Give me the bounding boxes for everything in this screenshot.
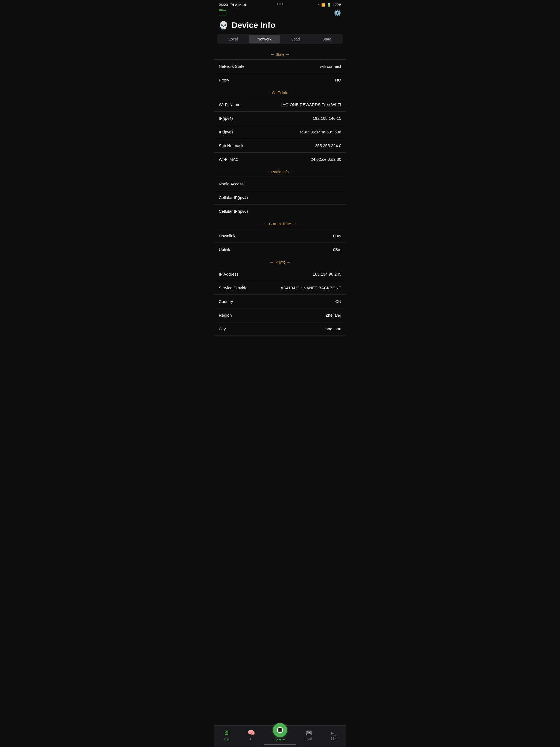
info-value: IHG ONE REWARDS Free WI-FI [281,102,341,107]
info-label: Cellular IP(ipv6) [219,209,248,213]
tab-load[interactable]: Load [280,35,311,44]
info-label: City [219,327,226,331]
info-value: 183.134.96.245 [313,272,341,277]
table-row: Cellular IP(ipv4) [214,190,346,204]
capture-button[interactable] [273,723,287,737]
battery-icon: 🔋 [327,3,331,7]
ssh-icon: ▶_ [331,730,337,736]
nav-info-label: Info [224,738,229,741]
page-title-section: 💀 Device Info [214,19,346,34]
ai-icon: 🧠 [248,729,255,736]
tab-state[interactable]: State [311,35,342,44]
table-row: Sub Netmask255.255.224.0 [214,138,346,152]
table-row: Network Statewifi connect [214,59,346,73]
nav-capture[interactable]: Capture [273,728,287,742]
table-row: Uplink0B/s [214,242,346,256]
table-row: Service ProviderAS4134 CHINANET-BACKBONE [214,281,346,294]
info-label: IP(ipv6) [219,130,233,134]
info-value: 255.255.224.0 [315,143,341,148]
status-date: Fri Apr 14 [229,3,246,7]
dots-bar [277,3,283,5]
dot3 [282,3,283,5]
tabs-bar: Local Network Load State [217,34,343,44]
info-label: Downlink [219,233,235,238]
battery-percent: 100% [333,3,341,7]
top-bar: ⚙️ [214,8,346,19]
table-row: ProxyNO [214,73,346,87]
gps-icon: ↑ [318,3,320,7]
table-row: Downlink0B/s [214,229,346,242]
table-row: CityHangzhou [214,322,346,335]
section-header-state: --- State --- [214,48,346,59]
info-label: Region [219,313,232,317]
info-label: Radio Access [219,182,244,186]
info-label: Country [219,299,233,304]
page-title: Device Info [232,21,275,30]
tab-network[interactable]: Network [249,35,280,44]
section-header-radio-info: --- Radio Info --- [214,166,346,177]
nav-info[interactable]: 🖥 Info [223,729,229,741]
info-value: 192.168.140.15 [313,116,341,121]
info-label: Proxy [219,78,229,82]
info-value: 0B/s [333,233,341,238]
nav-ssh-label: SSH [330,737,337,740]
table-row: CountryCN [214,294,346,308]
info-value: Hangzhou [323,327,341,331]
table-row: RegionZhejiang [214,308,346,322]
status-time: 04:23 [219,3,228,7]
info-value: AS4134 CHINANET-BACKBONE [281,285,341,290]
info-icon: 🖥 [223,729,229,736]
info-value: fe80::35:144a:699:68d [300,130,341,134]
tab-local[interactable]: Local [218,35,249,44]
section-header-current-rate: --- Current Rate --- [214,218,346,229]
info-label: IP(ipv4) [219,116,233,121]
gear-icon[interactable]: ⚙️ [334,9,341,17]
nav-ai[interactable]: 🧠 AI [248,729,255,741]
dot2 [279,3,281,5]
nav-ai-label: AI [250,738,252,741]
info-label: Sub Netmask [219,143,244,148]
info-label: IP Address [219,272,238,277]
capture-btn-inner [277,727,283,733]
info-value: CN [335,299,341,304]
nav-ssh[interactable]: ▶_ SSH [330,730,337,740]
table-row: Wi-Fi MAC24:62:ce:0:da:30 [214,152,346,166]
info-value: wifi connect [320,64,341,69]
section-header-ip-info: --- IP Info --- [214,256,346,267]
status-left: 04:23 Fri Apr 14 [219,3,246,7]
info-value: Zhejiang [325,313,341,317]
info-label: Wi-Fi MAC [219,157,238,162]
wifi-status-icon: 📶 [321,3,325,7]
status-right: ↑ 📶 🔋 100% [318,3,341,7]
info-value: 0B/s [333,247,341,252]
table-row: Cellular IP(ipv6) [214,204,346,218]
folder-icon[interactable] [219,10,226,16]
info-label: Uplink [219,247,230,252]
skull-icon: 💀 [219,21,228,30]
tools-icon: 🎮 [305,729,312,736]
status-bar: 04:23 Fri Apr 14 ↑ 📶 🔋 100% [214,0,346,8]
info-label: Service Provider [219,285,249,290]
table-row: IP Address183.134.96.245 [214,267,346,281]
table-row: IP(ipv6)fe80::35:144a:699:68d [214,125,346,138]
nav-tools[interactable]: 🎮 Tools [305,729,312,741]
section-header-wifi-info: --- Wi-Fi Info --- [214,87,346,98]
info-label: Network State [219,64,245,69]
table-row: Radio Access [214,177,346,190]
table-row: IP(ipv4)192.168.140.15 [214,111,346,125]
info-value: 24:62:ce:0:da:30 [311,157,341,162]
info-label: Wi-Fi Name [219,102,240,107]
nav-capture-label: Capture [275,738,285,742]
home-indicator [263,744,297,745]
bottom-nav: 🖥 Info 🧠 AI Capture 🎮 Tools ▶_ SSH [214,725,346,747]
dot1 [277,3,278,5]
nav-tools-label: Tools [305,738,312,741]
info-label: Cellular IP(ipv4) [219,195,248,200]
table-row: Wi-Fi NameIHG ONE REWARDS Free WI-FI [214,98,346,111]
info-value: NO [335,78,341,82]
main-content: --- State ---Network Statewifi connectPr… [214,48,346,363]
